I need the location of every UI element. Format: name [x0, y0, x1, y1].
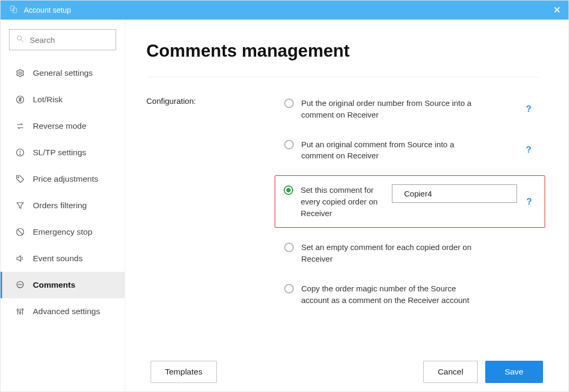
svg-point-4 [19, 72, 22, 75]
swap-icon [15, 121, 25, 131]
alert-circle-icon [15, 147, 25, 158]
comment-icon [15, 280, 25, 290]
radio-icon[interactable] [284, 185, 293, 195]
main-content: Comments management Configuration: Put t… [125, 20, 568, 352]
sidebar-item-reverse-mode[interactable]: Reverse mode [1, 113, 125, 139]
sidebar-item-price-adjustments[interactable]: Price adjustments [1, 166, 125, 192]
sidebar-item-label: Lot/Risk [33, 95, 63, 104]
close-icon[interactable]: ✕ [553, 5, 561, 15]
sidebar-item-event-sounds[interactable]: Event sounds [1, 245, 125, 272]
search-icon [16, 34, 24, 45]
config-option-set-comment[interactable]: Set this comment for every copied order … [275, 175, 545, 228]
configuration-label: Configuration: [146, 93, 258, 310]
help-icon[interactable]: ? [524, 145, 533, 155]
sidebar-item-general-settings[interactable]: General settings [1, 60, 125, 86]
filter-icon [15, 200, 25, 211]
svg-point-21 [22, 309, 23, 310]
svg-point-9 [18, 177, 19, 178]
radio-icon[interactable] [284, 243, 294, 252]
help-icon[interactable]: ? [524, 104, 533, 114]
config-option-original-order-number[interactable]: Put the original order number from Sourc… [279, 93, 539, 125]
svg-point-17 [17, 309, 19, 311]
window: Account setup ✕ General settings [0, 0, 569, 392]
sidebar-item-sl-tp-settings[interactable]: SL/TP settings [1, 139, 125, 166]
svg-point-15 [21, 284, 22, 285]
tag-icon [15, 174, 25, 184]
configuration-options: Put the original order number from Sourc… [279, 93, 539, 310]
page-title: Comments management [146, 41, 539, 61]
svg-line-11 [18, 230, 23, 235]
radio-icon[interactable] [284, 99, 294, 108]
sidebar-item-label: Orders filtering [33, 201, 87, 210]
footer: Templates Cancel Save [125, 352, 568, 391]
svg-rect-0 [11, 6, 14, 11]
sidebar: General settings Lot/Risk Reverse mode S… [1, 20, 125, 391]
sidebar-item-advanced-settings[interactable]: Advanced settings [1, 298, 125, 325]
radio-icon[interactable] [284, 284, 294, 293]
templates-button[interactable]: Templates [151, 361, 217, 383]
sidebar-item-comments[interactable]: Comments [1, 272, 125, 298]
sidebar-item-label: Comments [33, 280, 75, 290]
sidebar-item-label: Event sounds [33, 254, 83, 263]
ban-icon [15, 227, 25, 237]
svg-rect-1 [13, 8, 17, 13]
sidebar-item-label: Advanced settings [33, 307, 100, 316]
dollar-icon [15, 94, 25, 105]
config-option-copy-magic-number[interactable]: Copy the order magic number of the Sourc… [279, 279, 539, 310]
divider [146, 77, 539, 77]
sidebar-nav: General settings Lot/Risk Reverse mode S… [1, 60, 125, 325]
app-icon [9, 5, 19, 16]
titlebar: Account setup ✕ [1, 1, 568, 20]
sidebar-item-label: Emergency stop [33, 227, 92, 237]
sidebar-item-orders-filtering[interactable]: Orders filtering [1, 192, 125, 219]
svg-point-19 [20, 312, 21, 314]
config-option-original-comment[interactable]: Put an original comment from Source into… [279, 135, 539, 166]
sidebar-item-label: SL/TP settings [33, 148, 86, 157]
sidebar-item-lot-risk[interactable]: Lot/Risk [1, 86, 125, 113]
option-label: Copy the order magic number of the Sourc… [301, 283, 476, 306]
save-button[interactable]: Save [485, 361, 543, 383]
svg-point-13 [19, 284, 19, 285]
help-icon[interactable]: ? [524, 197, 534, 207]
search-input[interactable] [30, 35, 130, 44]
svg-point-14 [20, 284, 21, 285]
comment-value-input[interactable] [392, 184, 517, 203]
search-input-wrap[interactable] [9, 29, 116, 50]
sidebar-item-label: Price adjustments [33, 174, 98, 184]
option-label: Put an original comment from Source into… [301, 139, 476, 162]
svg-point-8 [20, 154, 20, 155]
config-option-empty-comment[interactable]: Set an empty comment for each copied ord… [279, 237, 539, 269]
sidebar-item-label: Reverse mode [33, 121, 86, 131]
radio-icon[interactable] [284, 140, 294, 149]
cancel-button[interactable]: Cancel [423, 361, 477, 383]
svg-line-3 [21, 40, 23, 42]
option-label: Put the original order number from Sourc… [301, 97, 476, 121]
option-label: Set an empty comment for each copied ord… [301, 242, 476, 265]
svg-point-2 [17, 36, 22, 40]
window-title: Account setup [24, 6, 71, 14]
sidebar-item-emergency-stop[interactable]: Emergency stop [1, 219, 125, 245]
option-label: Set this comment for every copied order … [301, 184, 380, 219]
sidebar-item-label: General settings [33, 68, 93, 78]
volume-icon [15, 253, 25, 264]
gear-icon [15, 68, 25, 78]
sliders-icon [15, 306, 25, 317]
